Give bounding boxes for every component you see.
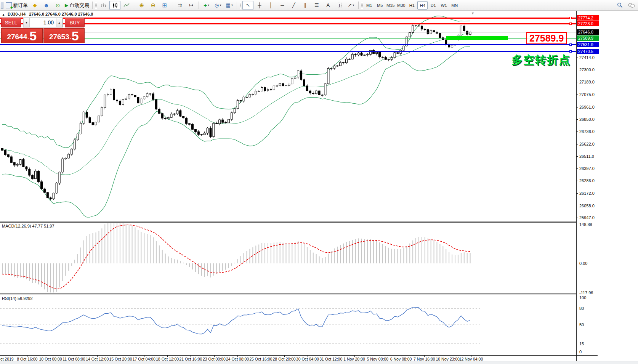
new-order-label: 新订单 — [13, 2, 28, 9]
line-handle[interactable] — [569, 43, 572, 46]
separator — [237, 2, 237, 9]
profile-button[interactable]: ☻ — [41, 1, 52, 10]
templates-button[interactable]: ▦▾ — [224, 1, 235, 10]
sell-button[interactable]: SELL — [1, 18, 21, 27]
fibonacci-tool-button[interactable]: ☰ — [311, 1, 322, 10]
timeframe-mn[interactable]: MN — [449, 1, 460, 10]
autoscroll-icon: ⇉ — [178, 2, 182, 8]
clock-icon: ◷ — [215, 2, 219, 8]
crosshair-icon: ┼ — [258, 2, 261, 8]
templates-icon: ▦ — [226, 2, 231, 8]
axis-tick — [577, 70, 578, 70]
line-chart-button[interactable] — [121, 1, 132, 10]
buy-button[interactable]: BUY — [65, 18, 85, 27]
channel-icon: ∥ — [304, 2, 306, 8]
one-click-trading-panel: SELL ▼ 1.00 ▲ BUY 27644.5 27653.5 — [1, 18, 85, 43]
price-tick-label: 25947.0 — [579, 215, 595, 220]
signal-button[interactable]: ⊙ — [52, 1, 63, 10]
lot-size-input[interactable]: 1.00 — [30, 18, 56, 27]
lot-decrease-button[interactable]: ▼ — [23, 18, 30, 27]
chevron-down-icon: ▾ — [353, 3, 354, 7]
price-axis[interactable]: 27774.227723.027646.027589.927531.927470… — [576, 11, 638, 361]
bar-chart-button[interactable] — [98, 1, 109, 10]
rsi-label: RSI(14) 56.9292 — [2, 296, 33, 301]
toolbar-grip — [95, 2, 97, 9]
buy-price-main: 27653 — [49, 32, 69, 42]
timeframe-h4[interactable]: H4 — [417, 1, 428, 10]
timeframe-m30[interactable]: M30 — [396, 1, 406, 10]
sell-price-display[interactable]: 27644.5 — [1, 28, 43, 43]
thick-green-trend-segment[interactable] — [446, 36, 508, 40]
sell-price-main: 27644 — [7, 32, 27, 42]
line-handle[interactable] — [569, 22, 572, 25]
hline-tool-button[interactable]: ─ — [277, 1, 288, 10]
channel-tool-button[interactable]: ∥ — [300, 1, 311, 10]
horizontal-line-object[interactable] — [0, 51, 576, 52]
price-tick-label: 27300.0 — [579, 67, 595, 72]
search-button[interactable] — [614, 1, 625, 10]
vline-tool-button[interactable]: │ — [265, 1, 276, 10]
axis-tick — [577, 95, 578, 95]
horizontal-line-object[interactable] — [0, 32, 576, 32]
timeframe-m15[interactable]: M15 — [385, 1, 396, 10]
separator — [134, 2, 134, 9]
rsi-panel[interactable] — [0, 295, 576, 355]
horizontal-line-object[interactable] — [0, 44, 576, 45]
axis-tick — [577, 131, 578, 132]
macd-panel[interactable] — [0, 223, 576, 293]
trendline-icon: ╱ — [292, 2, 295, 8]
gold-diamond-button[interactable]: ◆ — [29, 1, 40, 10]
horizontal-line-icon: ─ — [281, 2, 284, 8]
macd-label: MACD(12,26,9) 47.77 51.97 — [2, 224, 55, 228]
autotrade-button[interactable]: ▶ 自动交易 — [64, 1, 90, 10]
periods-button[interactable]: ◷▾ — [212, 1, 223, 10]
price-tick-label: 26622.0 — [579, 142, 595, 146]
crosshair-tool-button[interactable]: ┼ — [254, 1, 265, 10]
new-order-icon — [6, 2, 12, 8]
lot-increase-button[interactable]: ▲ — [56, 18, 63, 27]
sell-price-pip: 5 — [29, 30, 37, 42]
tile-windows-button[interactable]: ⊞ — [159, 1, 170, 10]
cursor-tool-button[interactable]: ↖ — [242, 1, 253, 10]
text-tool-button[interactable]: A — [322, 1, 333, 10]
window-bottom-strip — [0, 361, 638, 364]
zoom-in-button[interactable]: ⊕ — [136, 1, 147, 10]
chevron-down-icon: ▾ — [220, 3, 221, 7]
toolbar: 新订单 ◆ ☻ ⊙ ▶ 自动交易 ⊕ ⊖ ⊞ ⇉ ↦ +▾ ◷▾ ▦▾ ↖ ┼ … — [0, 0, 638, 11]
trendline-tool-button[interactable]: ╱ — [288, 1, 299, 10]
chart-shift-button[interactable]: ↦ — [186, 1, 197, 10]
chat-button[interactable] — [626, 1, 637, 10]
price-callout-label[interactable]: 27589.9 — [526, 32, 567, 44]
horizontal-line-object[interactable] — [0, 23, 576, 24]
arrows-tool-button[interactable]: ↗▾ — [345, 1, 356, 10]
candle-chart-button[interactable] — [109, 1, 120, 10]
timeframe-m1[interactable]: M1 — [364, 1, 374, 10]
buy-price-display[interactable]: 27653.5 — [43, 28, 85, 43]
collapse-icon[interactable]: ▲ — [2, 13, 5, 16]
new-order-button[interactable]: 新订单 — [5, 1, 29, 10]
axis-tick — [577, 107, 578, 107]
cn-annotation-text[interactable]: 多空转折点 — [511, 53, 571, 68]
candlestick-chart-icon — [112, 3, 118, 8]
timeframe-h1[interactable]: H1 — [407, 1, 417, 10]
zoom-out-button[interactable]: ⊖ — [147, 1, 159, 10]
label-tool-button[interactable]: T — [334, 1, 345, 10]
chart-shift-icon: ↦ — [189, 2, 193, 8]
ohlc-values: 27646.0 27646.0 27646.0 27646.0 — [29, 12, 93, 16]
timeframe-m5[interactable]: M5 — [375, 1, 385, 10]
timeframe-d1[interactable]: D1 — [428, 1, 438, 10]
indicators-button[interactable]: +▾ — [201, 1, 212, 10]
line-handle[interactable] — [569, 50, 572, 53]
line-handle[interactable] — [569, 17, 572, 19]
horizontal-line-object[interactable] — [0, 18, 576, 19]
separator — [92, 2, 93, 9]
timeframe-w1[interactable]: W1 — [439, 1, 449, 10]
gold-diamond-icon: ◆ — [33, 2, 37, 8]
autoscroll-button[interactable]: ⇉ — [174, 1, 185, 10]
main-price-chart[interactable] — [0, 11, 576, 221]
rsi-tick-label: 100 — [579, 295, 586, 300]
price-tick-label: 26736.0 — [579, 129, 595, 134]
text-label-icon: T — [337, 3, 342, 8]
text-icon: A — [326, 2, 330, 8]
separator — [358, 2, 359, 9]
